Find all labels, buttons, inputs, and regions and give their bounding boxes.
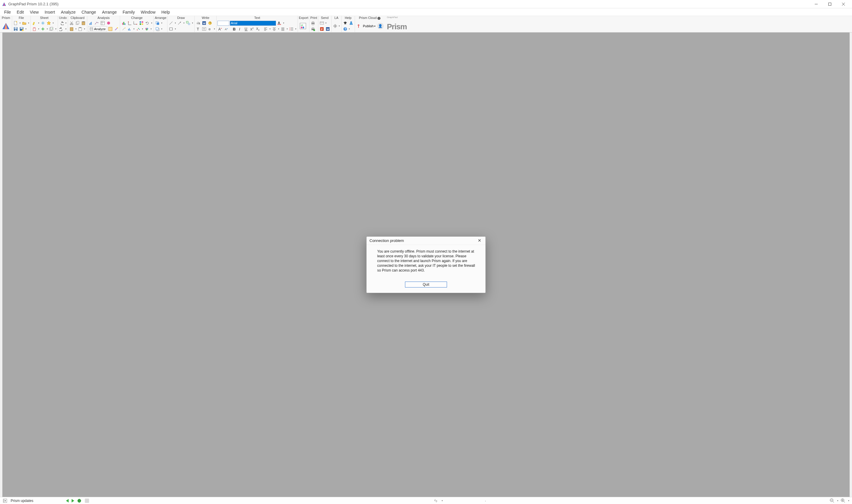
open-file-icon[interactable] — [22, 20, 27, 26]
increase-font-icon[interactable]: A — [217, 26, 223, 32]
underline-icon[interactable]: U — [243, 26, 249, 32]
menu-window[interactable]: Window — [138, 9, 159, 15]
duplicate-sheet-icon[interactable]: + — [49, 26, 54, 32]
back-dropdown[interactable]: ▾ — [161, 26, 163, 32]
la-icon[interactable] — [332, 23, 338, 29]
menu-file[interactable]: File — [1, 9, 14, 15]
menu-analyze[interactable]: Analyze — [58, 9, 79, 15]
align-left-icon[interactable] — [263, 26, 268, 32]
duplicate-dropdown[interactable]: ▾ — [55, 26, 57, 32]
prism-logo-icon[interactable] — [1, 21, 11, 31]
align-left-dropdown[interactable]: ▾ — [269, 26, 271, 32]
wand-icon[interactable] — [114, 26, 119, 32]
menu-family[interactable]: Family — [120, 9, 138, 15]
nav-next-icon[interactable] — [72, 499, 74, 503]
analysis-extra-icon[interactable] — [106, 20, 111, 26]
open-file-dropdown[interactable]: ▾ — [28, 20, 30, 26]
word-icon[interactable]: W — [201, 20, 207, 26]
justify-dropdown[interactable]: ▾ — [286, 26, 288, 32]
line-spacing-dropdown[interactable]: ▾ — [295, 26, 297, 32]
new-file-icon[interactable] — [13, 20, 18, 26]
print-all-icon[interactable] — [310, 26, 316, 32]
delete-dropdown[interactable]: ▾ — [38, 26, 40, 32]
align-center-dropdown[interactable]: ▾ — [277, 26, 279, 32]
cut-icon[interactable] — [69, 20, 74, 26]
favorite-icon[interactable] — [46, 20, 52, 26]
grid-view-icon[interactable] — [84, 498, 90, 503]
font-name-input[interactable] — [230, 21, 276, 26]
link-icon[interactable] — [433, 498, 438, 503]
decrease-font-icon[interactable]: A — [223, 26, 229, 32]
save-icon[interactable] — [13, 26, 18, 32]
alpha-icon[interactable]: α — [207, 26, 213, 32]
zoom-out-dropdown[interactable]: ▾ — [837, 498, 839, 503]
help-dropdown[interactable]: ▾ — [348, 26, 350, 32]
bold-icon[interactable]: B — [232, 26, 237, 32]
analysis-stats-icon[interactable] — [100, 20, 105, 26]
textbox-icon[interactable]: T — [201, 26, 207, 32]
analysis-curve-icon[interactable] — [94, 20, 99, 26]
menu-view[interactable]: View — [27, 9, 42, 15]
copy-icon[interactable] — [75, 20, 80, 26]
font-size-input[interactable] — [217, 21, 229, 26]
alpha-dropdown[interactable]: ▾ — [213, 26, 215, 32]
change-series-dropdown[interactable]: ▾ — [141, 26, 144, 32]
axis-y-icon[interactable] — [127, 20, 132, 26]
italic-icon[interactable]: I — [238, 26, 243, 32]
change-graph-icon[interactable] — [127, 26, 132, 32]
menu-help[interactable]: Help — [159, 9, 173, 15]
zoom-out-icon[interactable] — [830, 498, 835, 503]
link-dropdown[interactable]: ▾ — [441, 498, 443, 503]
nav-prev-icon[interactable] — [66, 499, 69, 503]
subscript-icon[interactable]: X2 — [255, 26, 261, 32]
redo-dropdown[interactable]: ▾ — [65, 26, 67, 32]
line-dropdown[interactable]: ▾ — [174, 20, 176, 26]
rect-dropdown[interactable]: ▾ — [174, 26, 176, 32]
rotate-dropdown[interactable]: ▾ — [150, 20, 153, 26]
favorite-dropdown[interactable]: ▾ — [52, 20, 54, 26]
delete-icon[interactable] — [32, 26, 37, 32]
change-graph-dropdown[interactable]: ▾ — [133, 26, 135, 32]
nav-globe-icon[interactable] — [77, 499, 81, 503]
paste-special-icon[interactable] — [77, 26, 83, 32]
axis-x-icon[interactable] — [133, 20, 138, 26]
add-dropdown[interactable]: ▾ — [46, 26, 48, 32]
help-icon[interactable]: ? — [343, 26, 348, 32]
arrow-tool-icon[interactable] — [177, 20, 182, 26]
powerpoint-icon[interactable]: P — [319, 26, 325, 32]
rect-tool-icon[interactable] — [168, 26, 174, 32]
front-dropdown[interactable]: ▾ — [161, 20, 163, 26]
magic-icon[interactable]: ✦ — [121, 26, 126, 32]
color-scheme-dropdown[interactable]: ▾ — [150, 26, 152, 32]
status-updates[interactable]: Prism updates — [11, 499, 33, 503]
clipboard-dropdown[interactable]: ▾ — [75, 26, 77, 32]
line-spacing-icon[interactable] — [289, 26, 294, 32]
undo-icon[interactable] — [59, 20, 64, 26]
text-tool-icon[interactable]: T — [196, 26, 201, 32]
word-send-icon[interactable]: W — [325, 26, 330, 32]
equation-icon[interactable]: √a — [196, 20, 201, 26]
highlight-dropdown[interactable]: ▾ — [38, 20, 40, 26]
la-dropdown[interactable]: ▾ — [339, 23, 341, 29]
paste-special-dropdown[interactable]: ▾ — [84, 26, 86, 32]
superscript-icon[interactable]: X2 — [249, 26, 255, 32]
shapes-dropdown[interactable]: ▾ — [192, 20, 194, 26]
analysis-chart-icon[interactable] — [88, 20, 93, 26]
undo-dropdown[interactable]: ▾ — [65, 20, 67, 26]
align-center-icon[interactable] — [272, 26, 277, 32]
rotate-icon[interactable] — [145, 20, 150, 26]
paste-icon[interactable] — [81, 20, 86, 26]
add-icon[interactable] — [40, 26, 46, 32]
shapes-tool-icon[interactable] — [185, 20, 191, 26]
clipboard-icon[interactable] — [69, 26, 74, 32]
change-series-icon[interactable] — [135, 26, 141, 32]
quit-button[interactable]: Quit — [405, 282, 447, 288]
font-color-icon[interactable]: A — [277, 20, 282, 26]
freeze-icon[interactable] — [40, 20, 46, 26]
zoom-in-icon[interactable] — [840, 498, 846, 503]
export-tiff-icon[interactable]: tiff — [299, 22, 307, 30]
highlight-icon[interactable] — [32, 20, 37, 26]
print-icon[interactable] — [310, 20, 316, 26]
menu-change[interactable]: Change — [79, 9, 99, 15]
clock-icon[interactable] — [207, 20, 213, 26]
